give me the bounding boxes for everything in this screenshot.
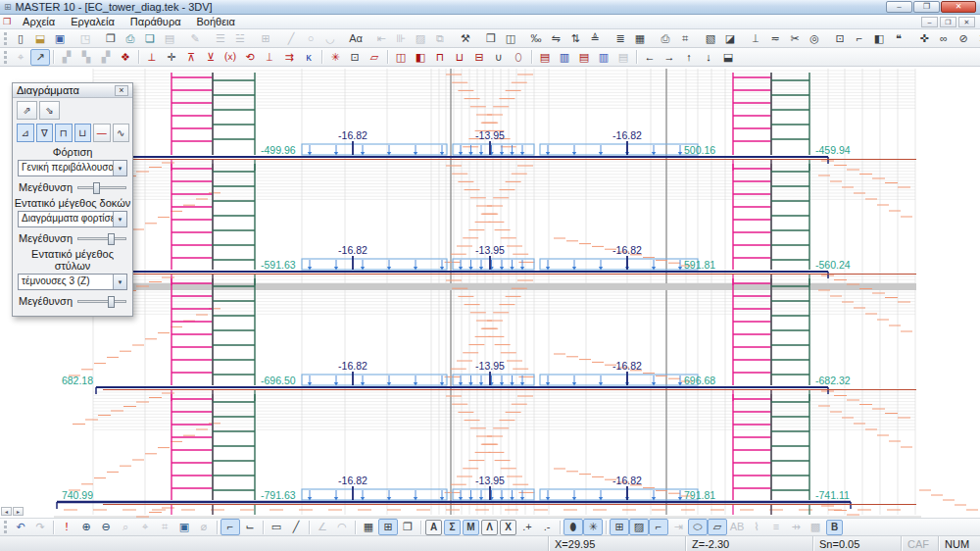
beam-diagram-1-button[interactable]: ▤ xyxy=(535,49,555,66)
k-node-button[interactable]: κ xyxy=(299,49,318,66)
node-tool-button[interactable]: ✛ xyxy=(162,49,181,66)
monitor-results-button[interactable]: ⊟ xyxy=(469,49,489,66)
grid-snap-button[interactable]: ⊞ xyxy=(610,519,629,535)
pan-up-button[interactable]: ↑ xyxy=(679,49,699,66)
pan-down-button[interactable]: ↓ xyxy=(699,49,718,66)
print-button[interactable]: ⎙ xyxy=(121,30,140,47)
child-restore-button[interactable]: ❐ xyxy=(940,17,956,27)
letter-x-button[interactable]: X xyxy=(500,520,516,535)
letter-lambda-button[interactable]: Λ xyxy=(481,520,498,535)
cup-section-button[interactable]: ∪ xyxy=(489,49,509,66)
menu-item-2[interactable]: Εργαλεία xyxy=(63,15,122,29)
open-file-button[interactable]: ⬓ xyxy=(30,30,50,47)
results-book-button[interactable]: ❖ xyxy=(116,49,135,66)
zoom-slider-thumb[interactable] xyxy=(93,182,100,194)
parallelogram-mode-button[interactable]: ▱ xyxy=(708,519,727,535)
copy-button[interactable]: ❐ xyxy=(101,30,121,47)
decimal-minus-button[interactable]: .- xyxy=(537,519,557,535)
calc-pad-button[interactable]: ▦ xyxy=(359,519,378,535)
menu-item-4[interactable]: Βοήθεια xyxy=(189,15,243,29)
window-tile-button[interactable]: ◫ xyxy=(501,30,520,47)
ortho-image-button[interactable]: ▨ xyxy=(629,519,649,535)
scroll-left-button[interactable]: ◂ xyxy=(1,507,12,516)
child-close-button[interactable]: ✕ xyxy=(958,17,975,27)
sort-levels-button[interactable]: ⇅ xyxy=(565,30,585,47)
column-diagram-top-button[interactable]: ◫ xyxy=(391,49,411,66)
column-quantity-select[interactable]: τέμνουσες 3 (Z) ▼ xyxy=(18,274,127,290)
support-tool-button[interactable]: ⟘ xyxy=(746,30,765,47)
delete-entity-button[interactable]: ✕ xyxy=(973,30,980,47)
cylinder-section-button[interactable]: ⬯ xyxy=(509,49,528,66)
pan-right-button[interactable]: → xyxy=(660,49,679,66)
snap-star-button[interactable]: ✳ xyxy=(583,519,603,535)
restore-button[interactable]: ❐ xyxy=(913,1,940,13)
shear-diagram-button[interactable]: ∇ xyxy=(36,124,54,142)
zoom-slider-1[interactable] xyxy=(77,186,126,189)
diagram-tool-point-button[interactable]: ⇘ xyxy=(39,101,60,120)
menu-item-1[interactable]: Αρχεία xyxy=(15,15,63,29)
ellipse-mode-button[interactable]: ⬭ xyxy=(688,519,708,535)
undo-button[interactable]: ↶ xyxy=(11,519,30,535)
binoculars-button[interactable]: ◎ xyxy=(805,30,824,47)
minimize-button[interactable]: – xyxy=(886,1,912,13)
beam-diagram-3-button[interactable]: ▤ xyxy=(574,49,594,66)
b-mode-button[interactable]: B xyxy=(826,520,843,535)
column-diagram-open-button[interactable]: ⊓ xyxy=(430,49,450,66)
member-releases-button[interactable]: ⊼ xyxy=(181,49,201,66)
moment-diagram-button[interactable]: ⊿ xyxy=(17,124,34,142)
save-file-button[interactable]: ▣ xyxy=(50,30,70,47)
pan-hand-button[interactable]: ✜ xyxy=(914,30,934,47)
text-style-button[interactable]: Aα xyxy=(346,30,366,47)
image-capture-button[interactable]: ▣ xyxy=(174,519,194,535)
load-combination-button[interactable]: ⇉ xyxy=(279,49,299,66)
zoom-slider-3[interactable] xyxy=(77,300,126,303)
palette-title-bar[interactable]: Διαγράμματα × xyxy=(13,83,132,98)
zoom-slider-thumb[interactable] xyxy=(108,233,115,245)
mouse-mode-button[interactable]: ⬮ xyxy=(564,519,583,535)
match-properties-button[interactable]: ⇋ xyxy=(546,30,565,47)
letter-a-button[interactable]: A xyxy=(425,520,442,535)
measure-line-button[interactable]: ╱ xyxy=(286,519,306,535)
axial-diagram-button[interactable]: ⊓ xyxy=(55,124,73,142)
support-load-button[interactable]: ⟘ xyxy=(260,49,279,66)
polyline-mode-button[interactable]: ⌐ xyxy=(649,519,668,535)
measure-distance-button[interactable]: ▭ xyxy=(267,519,286,535)
scroll-right-button[interactable]: ▸ xyxy=(13,507,24,516)
corner-mode-button[interactable]: ⌐ xyxy=(220,519,240,535)
close-button[interactable]: ✕ xyxy=(941,1,976,13)
link-members-button[interactable]: ∞ xyxy=(934,30,954,47)
column-diagram-mid-button[interactable]: ◧ xyxy=(411,49,430,66)
zoom-in-button[interactable]: ⊕ xyxy=(76,519,96,535)
frame-print-button[interactable]: ⌗ xyxy=(675,30,695,47)
beam-diagram-2-button[interactable]: ▥ xyxy=(555,49,574,66)
save-view-button[interactable]: ◧ xyxy=(869,30,889,47)
tb1-grip[interactable] xyxy=(4,32,7,45)
column-diagram-base-button[interactable]: ⊔ xyxy=(450,49,469,66)
slab-polygon-button[interactable]: ▱ xyxy=(365,49,384,66)
letter-sigma-button[interactable]: Σ xyxy=(444,520,461,535)
new-file-button[interactable]: ▯ xyxy=(11,30,30,47)
torsion-diagram-button[interactable]: ⊔ xyxy=(74,124,92,142)
list-editor-button[interactable]: ≣ xyxy=(611,30,630,47)
section-cut-button[interactable]: ✂ xyxy=(785,30,805,47)
units-tool-button[interactable]: ‰ xyxy=(526,30,546,47)
diagram-pointer-button[interactable]: ↗ xyxy=(30,49,50,66)
window-new-button[interactable]: ❒ xyxy=(481,30,501,47)
unlink-members-button[interactable]: ⊘ xyxy=(954,30,973,47)
comment-note-button[interactable]: ❝ xyxy=(889,30,908,47)
level-marker-button[interactable]: ≜ xyxy=(585,30,605,47)
menu-item-3[interactable]: Παράθυρα xyxy=(122,15,189,29)
deformation-diagram-button[interactable]: ∿ xyxy=(113,124,130,142)
beam-quantity-select[interactable]: Διαγράμματα φορτίσεων ▼ xyxy=(18,211,127,227)
bar-diagram-button[interactable]: ― xyxy=(93,124,111,142)
open-view-button[interactable]: ⬓ xyxy=(718,49,738,66)
axes-star-button[interactable]: ✳ xyxy=(325,49,345,66)
load-values-button[interactable]: ⊻ xyxy=(201,49,220,66)
zoom-slider-2[interactable] xyxy=(77,237,126,240)
print-preview-button[interactable]: ❏ xyxy=(140,30,160,47)
letter-m-button[interactable]: M xyxy=(463,520,479,535)
palette-close-button[interactable]: × xyxy=(115,85,128,96)
pan-left-button[interactable]: ← xyxy=(640,49,660,66)
beam-diagram-4-button[interactable]: ▥ xyxy=(594,49,613,66)
spring-tool-button[interactable]: ≂ xyxy=(765,30,785,47)
